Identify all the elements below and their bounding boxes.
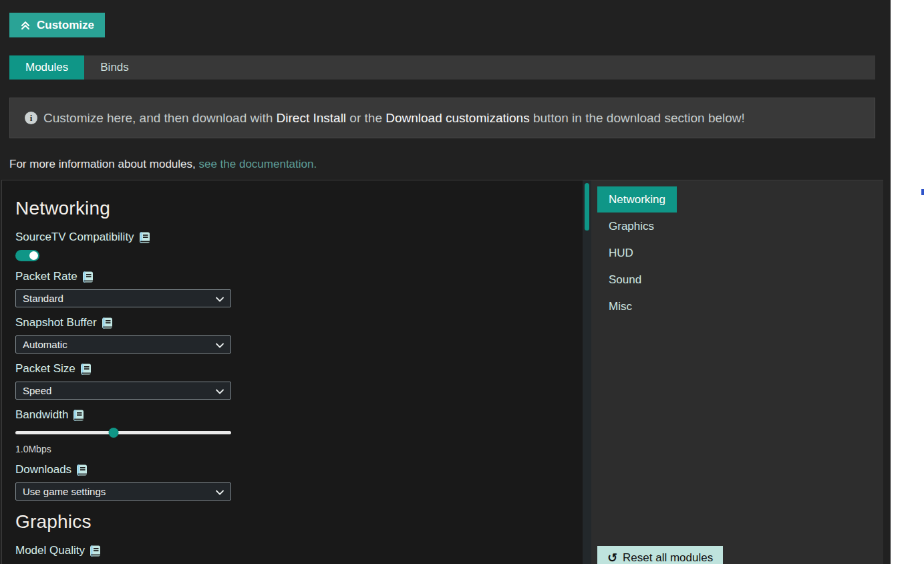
select-packet-rate[interactable]: Standard	[15, 289, 231, 307]
tab-modules[interactable]: Modules	[9, 55, 84, 80]
book-icon[interactable]	[139, 232, 150, 243]
module-label-text: Packet Size	[15, 362, 75, 376]
module-label-sourcetv-compatibility: SourceTV Compatibility	[15, 231, 583, 244]
module-label-model-quality: Model Quality	[15, 544, 583, 557]
docs-note-text: For more information about modules,	[9, 158, 198, 170]
customize-button[interactable]: Customize	[9, 13, 105, 37]
module-label-downloads: Downloads	[15, 463, 583, 476]
banner-download-customizations: Download customizations	[386, 111, 529, 126]
category-nav: NetworkingGraphicsHUDSoundMisc	[597, 186, 883, 319]
chevron-down-icon	[215, 341, 224, 349]
slider-track	[15, 431, 231, 434]
select-value: Use game settings	[23, 486, 106, 497]
customize-button-label: Customize	[37, 19, 94, 32]
module-label-text: SourceTV Compatibility	[15, 231, 134, 244]
module-label-text: Model Quality	[15, 544, 85, 557]
select-value: Standard	[23, 293, 63, 304]
info-icon: i	[25, 112, 37, 124]
module-label-text: Packet Rate	[15, 270, 78, 283]
edge-fragment	[921, 189, 924, 195]
sidebar-item-graphics[interactable]: Graphics	[597, 213, 665, 239]
book-icon[interactable]	[76, 464, 88, 476]
sidebar-item-sound[interactable]: Sound	[597, 267, 653, 293]
docs-note: For more information about modules, see …	[9, 158, 891, 171]
module-label-bandwidth: Bandwidth	[15, 408, 583, 422]
select-downloads[interactable]: Use game settings	[15, 482, 231, 501]
modules-scrollbar[interactable]	[583, 180, 591, 564]
select-value: Speed	[23, 385, 51, 396]
sidebar-item-hud[interactable]: HUD	[597, 240, 645, 266]
banner-suffix: button in the download section below!	[530, 111, 745, 126]
book-icon[interactable]	[90, 545, 101, 557]
banner-direct-install: Direct Install	[277, 111, 347, 126]
banner-text: Customize here, and then download with	[43, 111, 277, 126]
category-sidebar: NetworkingGraphicsHUDSoundMisc ↺ Reset a…	[591, 180, 883, 564]
book-icon[interactable]	[80, 364, 92, 375]
scrollbar-thumb[interactable]	[585, 183, 589, 231]
toggle-knob	[29, 251, 38, 260]
chevron-down-icon	[215, 295, 224, 303]
section-heading-networking: Networking	[15, 198, 583, 219]
sidebar-item-networking[interactable]: Networking	[597, 186, 677, 213]
app-root: Customize ModulesBinds iCustomize here, …	[0, 0, 891, 564]
reset-all-modules-button[interactable]: ↺ Reset all modules	[597, 546, 723, 564]
module-label-packet-rate: Packet Rate	[15, 270, 583, 283]
sidebar-item-misc[interactable]: Misc	[597, 293, 643, 319]
select-value: Automatic	[23, 339, 67, 350]
tab-bar: ModulesBinds	[9, 55, 875, 80]
chevron-down-icon	[215, 388, 224, 396]
tab-binds[interactable]: Binds	[84, 55, 145, 80]
book-icon[interactable]	[73, 410, 84, 421]
slider-bandwidth[interactable]	[15, 428, 231, 438]
chevron-down-icon	[215, 488, 224, 497]
slider-value-bandwidth: 1.0Mbps	[15, 444, 583, 454]
reset-button-label: Reset all modules	[623, 551, 713, 564]
module-label-snapshot-buffer: Snapshot Buffer	[15, 316, 583, 329]
chevron-double-up-icon	[20, 20, 31, 31]
documentation-link[interactable]: see the documentation.	[198, 158, 317, 170]
banner-middle: or the	[346, 111, 386, 126]
slider-thumb[interactable]	[108, 428, 118, 438]
section-heading-graphics: Graphics	[15, 511, 583, 533]
select-packet-size[interactable]: Speed	[15, 382, 231, 400]
toggle-sourcetv-compatibility[interactable]	[15, 250, 39, 261]
book-icon[interactable]	[102, 317, 113, 329]
info-banner: iCustomize here, and then download with …	[9, 98, 875, 138]
select-snapshot-buffer[interactable]: Automatic	[15, 335, 231, 354]
module-list: NetworkingSourceTV Compatibility Packet …	[2, 180, 583, 564]
customization-panel: NetworkingSourceTV Compatibility Packet …	[1, 180, 883, 564]
module-label-text: Bandwidth	[15, 408, 68, 422]
undo-icon: ↺	[607, 552, 617, 564]
module-label-text: Snapshot Buffer	[15, 316, 97, 329]
module-label-text: Downloads	[15, 463, 71, 476]
book-icon[interactable]	[82, 271, 94, 283]
module-label-packet-size: Packet Size	[15, 362, 583, 376]
